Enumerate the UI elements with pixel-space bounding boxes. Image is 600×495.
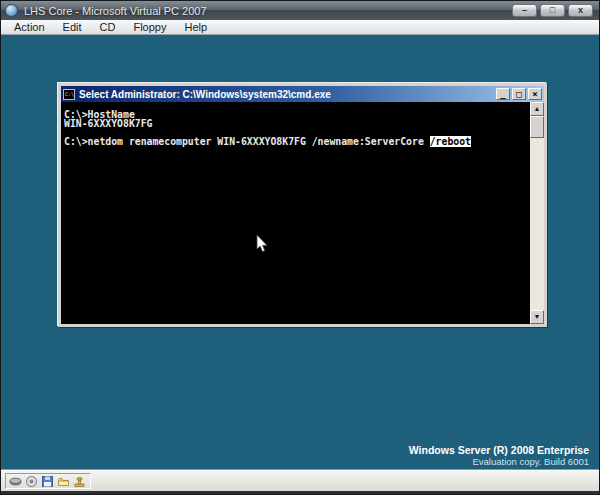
- app-title: LHS Core - Microsoft Virtual PC 2007: [24, 5, 207, 17]
- scrollbar-down-button[interactable]: ▼: [530, 310, 544, 324]
- mouse-cursor-icon: [256, 235, 268, 254]
- cmd-maximize-button[interactable]: □: [512, 88, 526, 100]
- menu-floppy[interactable]: Floppy: [124, 20, 175, 34]
- floppy-drive-icon[interactable]: [41, 475, 54, 488]
- menu-bar: Action Edit CD Floppy Help: [1, 20, 599, 35]
- cd-drive-icon[interactable]: [25, 475, 38, 488]
- cmd-close-button[interactable]: ×: [528, 88, 542, 100]
- desktop-watermark: Windows Server (R) 2008 Enterprise Evalu…: [409, 444, 589, 468]
- menu-help[interactable]: Help: [175, 20, 216, 34]
- vm-desktop[interactable]: C:\ Select Administrator: C:\Windows\sys…: [1, 36, 599, 471]
- scrollbar-up-button[interactable]: ▲: [530, 102, 544, 116]
- watermark-edition: Windows Server (R) 2008 Enterprise: [409, 444, 589, 456]
- network-adapter-icon[interactable]: [73, 475, 86, 488]
- cmd-vertical-scrollbar[interactable]: ▲ ▼: [530, 102, 544, 324]
- cmd-window-title: Select Administrator: C:\Windows\system3…: [79, 89, 331, 100]
- netdom-command-text: C:\>netdom renamecomputer WIN-6XXXYO8K7F…: [64, 136, 430, 147]
- window-controls: – □ x: [512, 4, 593, 17]
- scrollbar-thumb[interactable]: [530, 116, 544, 138]
- console-line-netdom-command: C:\>netdom renamecomputer WIN-6XXXYO8K7F…: [64, 137, 530, 146]
- hard-disk-icon[interactable]: [9, 475, 22, 488]
- console-output[interactable]: C:\>HostName WIN-6XXXYO8K7FG C:\>netdom …: [61, 102, 530, 324]
- menu-cd[interactable]: CD: [91, 20, 125, 34]
- cmd-window-controls: _ □ ×: [496, 88, 542, 100]
- virtual-pc-window: LHS Core - Microsoft Virtual PC 2007 – □…: [0, 0, 600, 495]
- maximize-button[interactable]: □: [540, 4, 565, 17]
- menu-action[interactable]: Action: [5, 20, 54, 34]
- cmd-prompt-icon: C:\: [63, 89, 75, 100]
- cmd-body: C:\>HostName WIN-6XXXYO8K7FG C:\>netdom …: [61, 102, 544, 324]
- console-line-hostname-result: WIN-6XXXYO8K7FG: [64, 119, 530, 128]
- status-bar: [1, 470, 599, 491]
- minimize-button[interactable]: –: [512, 4, 537, 17]
- cmd-titlebar[interactable]: C:\ Select Administrator: C:\Windows\sys…: [61, 86, 544, 102]
- cmd-window: C:\ Select Administrator: C:\Windows\sys…: [58, 83, 547, 327]
- virtual-pc-app-icon: [5, 4, 18, 17]
- menu-edit[interactable]: Edit: [54, 20, 91, 34]
- close-button[interactable]: x: [568, 4, 593, 17]
- cmd-minimize-button[interactable]: _: [496, 88, 510, 100]
- app-titlebar[interactable]: LHS Core - Microsoft Virtual PC 2007 – □…: [1, 1, 599, 20]
- window-bottom-border: [1, 491, 599, 494]
- watermark-build: Evaluation copy. Build 6001: [409, 456, 589, 468]
- shared-folder-icon[interactable]: [57, 475, 70, 488]
- device-status-panel: [5, 473, 91, 489]
- netdom-command-highlighted-arg: /reboot: [430, 136, 471, 147]
